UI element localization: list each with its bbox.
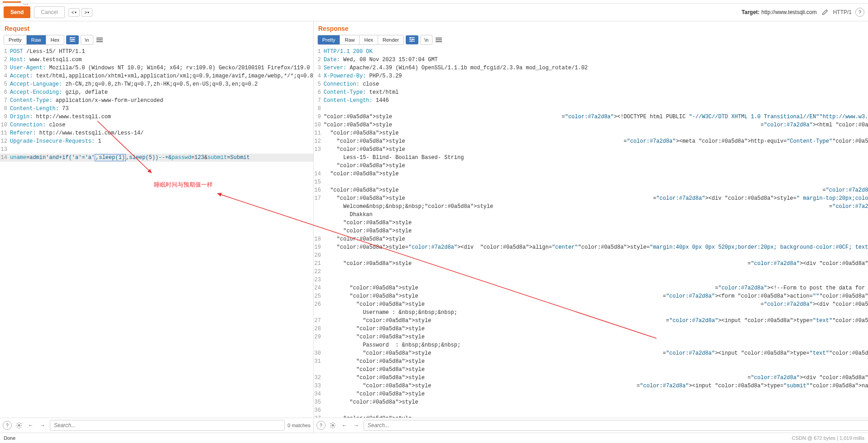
request-search-next-icon[interactable]: →: [38, 421, 47, 430]
cancel-button[interactable]: Cancel: [34, 6, 64, 18]
send-button[interactable]: Send: [4, 6, 30, 18]
target-url: http://www.testsqli.com: [762, 9, 817, 15]
svg-point-11: [412, 39, 413, 40]
response-menu-icon[interactable]: [434, 35, 443, 44]
tab-active[interactable]: [3, 0, 21, 3]
request-tab-pretty[interactable]: Pretty: [4, 35, 27, 44]
response-tab-raw[interactable]: Raw: [340, 35, 360, 44]
request-newline-toggle[interactable]: \n: [81, 35, 93, 45]
response-search-input[interactable]: [364, 420, 868, 431]
svg-point-10: [410, 37, 411, 39]
toolbar: Send Cancel <▾ >▾ Target: http://www.tes…: [0, 4, 868, 21]
svg-point-3: [70, 37, 72, 39]
svg-point-4: [72, 39, 74, 40]
request-search-input[interactable]: [50, 420, 285, 431]
status-bytes: 672 bytes | 1,019 millis: [814, 435, 864, 441]
response-title: Response: [318, 25, 349, 32]
response-search-settings-icon[interactable]: [328, 421, 337, 430]
request-tab-raw[interactable]: Raw: [27, 35, 46, 44]
request-actions-icon[interactable]: [66, 35, 79, 44]
request-search-settings-icon[interactable]: [14, 421, 24, 430]
response-pane: Response ▯▯ ☰ ▭ Pretty Raw Hex Render \n…: [314, 21, 868, 433]
response-actions-icon[interactable]: [406, 35, 418, 44]
request-tab-hex[interactable]: Hex: [46, 35, 64, 44]
response-tab-hex[interactable]: Hex: [360, 35, 378, 44]
svg-point-13: [332, 424, 334, 426]
request-pane: Request Pretty Raw Hex \n 1POST /Less-15…: [0, 21, 314, 433]
edit-target-icon[interactable]: [820, 8, 830, 17]
response-search-next-icon[interactable]: →: [352, 421, 361, 430]
request-code[interactable]: 1POST /Less-15/ HTTP/1.12Host: www.tests…: [0, 48, 313, 418]
watermark: CSDN @: [792, 435, 812, 441]
http-version[interactable]: HTTP/1: [833, 9, 852, 15]
response-view-tabs: Pretty Raw Hex Render: [317, 35, 404, 45]
svg-point-6: [18, 424, 20, 426]
tab-bar: …: [0, 0, 868, 4]
tab-extra[interactable]: …: [23, 0, 37, 3]
request-matches: 0 matches: [288, 423, 311, 428]
status-done: Done: [4, 435, 15, 441]
target-label: Target:: [742, 9, 760, 15]
history-back-button[interactable]: <▾: [68, 8, 80, 17]
request-search-prev-icon[interactable]: ←: [26, 421, 35, 430]
response-code[interactable]: 1HTTP/1.1 200 OK2Date: Wed, 08 Nov 2023 …: [314, 48, 868, 418]
svg-point-5: [71, 40, 72, 42]
response-tab-pretty[interactable]: Pretty: [318, 35, 340, 44]
svg-point-12: [411, 40, 412, 42]
response-newline-toggle[interactable]: \n: [420, 35, 432, 45]
help-icon[interactable]: ?: [855, 8, 864, 17]
request-view-tabs: Pretty Raw Hex: [4, 35, 64, 45]
request-menu-icon[interactable]: [95, 35, 104, 44]
request-title: Request: [5, 25, 29, 32]
response-search-prev-icon[interactable]: ←: [340, 421, 349, 430]
response-search-help-icon[interactable]: ?: [317, 421, 326, 430]
history-forward-button[interactable]: >▾: [82, 8, 93, 17]
request-search-help-icon[interactable]: ?: [3, 421, 12, 430]
status-bar: Done CSDN @ 672 bytes | 1,019 millis: [0, 433, 868, 443]
annotation-text: 睡眠时间与预期值一样: [154, 181, 213, 189]
response-tab-render[interactable]: Render: [378, 35, 403, 44]
